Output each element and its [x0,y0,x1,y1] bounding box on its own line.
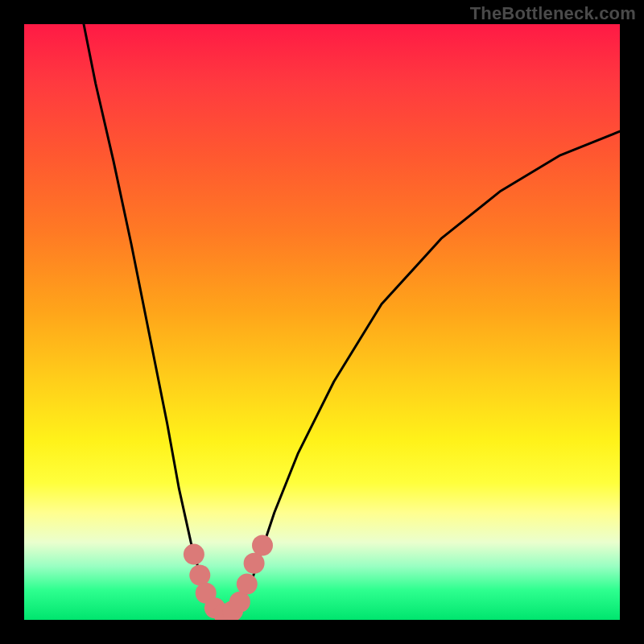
chart-frame: TheBottleneck.com [0,0,644,644]
bottleneck-curve-path [84,24,620,614]
highlighted-markers [184,535,273,621]
plot-area [24,24,620,620]
marker-dot [244,553,265,574]
marker-dot [184,544,204,565]
marker-dot [229,592,250,613]
curve-layer [24,24,620,620]
marker-dot [189,565,210,586]
marker-dot [237,574,258,595]
watermark-text: TheBottleneck.com [470,3,636,24]
marker-dot [252,535,273,556]
